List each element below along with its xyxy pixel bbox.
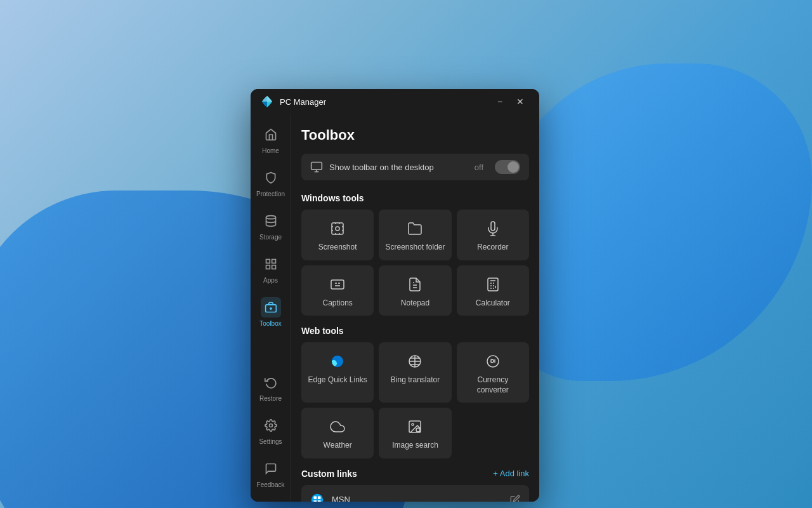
svg-rect-9 bbox=[311, 163, 322, 170]
svg-point-0 bbox=[266, 216, 275, 219]
feedback-label: Feedback bbox=[257, 481, 285, 489]
svg-rect-20 bbox=[331, 280, 344, 289]
custom-links-title: Custom links bbox=[301, 469, 357, 479]
toolbar-icon bbox=[310, 161, 323, 173]
window-controls: − ✕ bbox=[491, 93, 529, 110]
msn-icon bbox=[310, 493, 324, 502]
svg-point-13 bbox=[336, 227, 339, 231]
toolbar-toggle-switch[interactable] bbox=[495, 160, 520, 174]
windows-tools-grid: Screenshot Screenshot folder bbox=[301, 210, 529, 316]
captions-tool[interactable]: Captions bbox=[301, 265, 374, 316]
toolbox-icon bbox=[261, 297, 281, 318]
sidebar-item-settings[interactable]: Settings bbox=[253, 410, 289, 451]
weather-icon bbox=[330, 418, 345, 436]
screenshot-tool[interactable]: Screenshot bbox=[301, 210, 374, 260]
sidebar-item-feedback[interactable]: Feedback bbox=[253, 453, 289, 494]
bing-translator-label: Bing translator bbox=[391, 375, 440, 385]
recorder-tool[interactable]: Recorder bbox=[457, 210, 529, 260]
page-title: Toolbox bbox=[301, 127, 529, 144]
recorder-label: Recorder bbox=[477, 243, 508, 253]
notepad-icon bbox=[407, 276, 422, 293]
app-logo bbox=[261, 95, 273, 108]
storage-icon bbox=[261, 211, 281, 231]
content-area: Toolbox Show toolbar on the desktop off … bbox=[291, 114, 539, 502]
screenshot-folder-icon bbox=[407, 220, 422, 237]
bing-translator-tool[interactable]: Bing translator bbox=[379, 342, 451, 403]
svg-rect-1 bbox=[266, 260, 270, 264]
minimize-button[interactable]: − bbox=[491, 93, 509, 110]
sidebar-item-protection[interactable]: Protection bbox=[253, 163, 289, 203]
close-button[interactable]: ✕ bbox=[511, 93, 529, 110]
apps-label: Apps bbox=[263, 277, 278, 284]
main-layout: Home Protection bbox=[251, 114, 539, 502]
msn-row: MSN bbox=[301, 485, 529, 502]
msn-label: MSN bbox=[332, 495, 502, 502]
app-title: PC Manager bbox=[280, 97, 491, 107]
toolbar-toggle-row: Show toolbar on the desktop off bbox=[301, 154, 529, 180]
title-bar: PC Manager − ✕ bbox=[251, 89, 539, 114]
image-search-icon bbox=[407, 418, 422, 436]
svg-point-40 bbox=[311, 494, 323, 502]
svg-rect-42 bbox=[318, 496, 321, 499]
sidebar-item-toolbox[interactable]: Toolbox bbox=[253, 292, 289, 333]
svg-rect-41 bbox=[314, 496, 317, 499]
sidebar-item-apps[interactable]: Apps bbox=[253, 249, 289, 290]
currency-converter-tool[interactable]: Currency converter bbox=[457, 342, 529, 403]
svg-rect-12 bbox=[332, 223, 343, 234]
web-tools-header: Web tools bbox=[301, 326, 529, 336]
edge-icon bbox=[330, 352, 345, 370]
bing-translator-icon bbox=[407, 352, 422, 370]
web-tools-row2: Weather Image search bbox=[301, 408, 529, 458]
settings-label: Settings bbox=[259, 438, 282, 446]
protection-label: Protection bbox=[256, 190, 285, 198]
toggle-state-text: off bbox=[475, 163, 483, 172]
calculator-tool[interactable]: Calculator bbox=[457, 265, 529, 316]
screenshot-folder-label: Screenshot folder bbox=[385, 243, 445, 253]
app-window: PC Manager − ✕ Home bbox=[251, 89, 539, 502]
home-icon bbox=[261, 124, 281, 145]
svg-rect-24 bbox=[488, 278, 498, 291]
image-search-tool[interactable]: Image search bbox=[379, 408, 451, 458]
captions-label: Captions bbox=[322, 298, 352, 309]
edge-quick-links-label: Edge Quick Links bbox=[308, 375, 367, 385]
svg-point-38 bbox=[416, 428, 420, 432]
restore-label: Restore bbox=[259, 395, 282, 403]
calculator-label: Calculator bbox=[476, 298, 510, 309]
screenshot-folder-tool[interactable]: Screenshot folder bbox=[379, 210, 451, 260]
protection-icon bbox=[261, 168, 281, 188]
calculator-icon bbox=[485, 276, 501, 293]
weather-label: Weather bbox=[324, 441, 352, 451]
notepad-tool[interactable]: Notepad bbox=[379, 265, 451, 316]
screenshot-icon bbox=[330, 220, 345, 237]
edge-quick-links-tool[interactable]: Edge Quick Links bbox=[301, 342, 374, 403]
weather-tool[interactable]: Weather bbox=[301, 408, 374, 458]
svg-rect-43 bbox=[314, 500, 317, 502]
add-link-button[interactable]: + Add link bbox=[493, 469, 529, 478]
sidebar-item-restore[interactable]: Restore bbox=[253, 367, 289, 408]
feedback-icon bbox=[261, 458, 281, 479]
toolbox-label: Toolbox bbox=[259, 320, 281, 328]
settings-icon bbox=[261, 415, 281, 436]
currency-converter-icon bbox=[485, 352, 501, 370]
sidebar: Home Protection bbox=[251, 114, 291, 502]
sidebar-item-home[interactable]: Home bbox=[253, 119, 289, 160]
toolbar-toggle-label: Show toolbar on the desktop bbox=[329, 163, 468, 172]
svg-point-37 bbox=[412, 424, 414, 425]
svg-rect-2 bbox=[272, 260, 275, 264]
notepad-label: Notepad bbox=[401, 298, 429, 309]
currency-converter-label: Currency converter bbox=[462, 375, 524, 395]
restore-icon bbox=[261, 372, 281, 392]
web-tools-row1: Edge Quick Links Bing translator bbox=[301, 342, 529, 403]
msn-edit-button[interactable] bbox=[510, 495, 520, 502]
custom-links-header: Custom links + Add link bbox=[301, 469, 529, 479]
svg-point-8 bbox=[269, 424, 272, 427]
apps-icon bbox=[261, 254, 281, 274]
image-search-label: Image search bbox=[392, 441, 438, 451]
screenshot-label: Screenshot bbox=[318, 243, 357, 253]
storage-label: Storage bbox=[259, 234, 282, 241]
recorder-icon bbox=[485, 220, 501, 237]
captions-icon bbox=[330, 276, 345, 293]
windows-tools-header: Windows tools bbox=[301, 193, 529, 203]
home-label: Home bbox=[262, 147, 279, 155]
sidebar-item-storage[interactable]: Storage bbox=[253, 206, 289, 246]
